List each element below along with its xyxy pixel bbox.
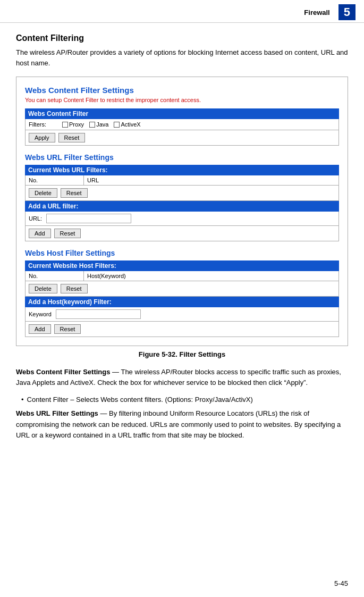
keyword-input[interactable] <box>56 309 141 319</box>
url-filter-subtitle: Webs URL Filter Settings <box>25 153 339 162</box>
url-form-label: URL: <box>29 215 42 222</box>
url-add-reset-button[interactable]: Reset <box>54 229 81 238</box>
bullet-symbol: • <box>21 394 24 405</box>
content-filter-btn-row: Apply Reset <box>25 130 339 146</box>
content-filter-bar: Webs Content Filter <box>25 108 339 119</box>
url-add-button[interactable]: Add <box>29 229 51 238</box>
desc-url-filter: Webs URL Filter Settings — By filtering … <box>16 408 348 440</box>
host-add-button[interactable]: Add <box>29 324 51 334</box>
page-footer: 5-45 <box>318 575 364 592</box>
figure-caption: Figure 5-32. Filter Settings <box>16 350 348 358</box>
url-filter-btn-row: Delete Reset <box>25 186 339 201</box>
bullet-text: Content Filter – Selects Webs content fi… <box>27 394 253 405</box>
filters-row: Filters: Proxy Java ActiveX <box>25 119 339 130</box>
apply-button[interactable]: Apply <box>29 133 55 142</box>
proxy-checkbox[interactable] <box>62 122 68 128</box>
desc-url-dash: — <box>98 409 109 417</box>
host-reset-button[interactable]: Reset <box>61 284 88 293</box>
keyword-form-label: Keyword <box>29 311 52 317</box>
header-right: Firewall 5 <box>304 4 355 20</box>
desc-cf-dash: — <box>110 368 121 376</box>
intro-text: The wireless AP/Router provides a variet… <box>16 47 348 68</box>
java-label: Java <box>96 121 108 128</box>
host-add-reset-button[interactable]: Reset <box>54 324 81 334</box>
current-host-filters-bar: Current Website Host Filters: <box>25 260 339 271</box>
chapter-badge: 5 <box>338 4 355 20</box>
url-col-no: No. <box>26 175 84 185</box>
host-col-no: No. <box>26 271 84 281</box>
add-host-filter-bar: Add a Host(keyword) Filter: <box>25 297 339 307</box>
proxy-checkbox-item[interactable]: Proxy <box>62 121 84 128</box>
add-url-form-row: URL: <box>25 212 339 226</box>
proxy-label: Proxy <box>69 121 84 128</box>
main-content: Content Filtering The wireless AP/Router… <box>0 28 364 458</box>
desc-content-filter: Webs Content Filter Settings — The wirel… <box>16 367 348 388</box>
add-url-filter-bar: Add a URL filter: <box>25 201 339 212</box>
activex-checkbox[interactable] <box>114 122 120 128</box>
url-reset-button[interactable]: Reset <box>61 188 88 198</box>
filters-label: Filters: <box>29 121 58 128</box>
url-delete-button[interactable]: Delete <box>29 188 57 198</box>
page-header: Firewall 5 <box>0 0 364 23</box>
page-number: 5-45 <box>334 579 348 587</box>
java-checkbox[interactable] <box>89 122 95 128</box>
panel-title: Webs Content Filter Settings <box>25 86 339 95</box>
host-col-host: Host(Keyword) <box>84 271 338 281</box>
url-col-url: URL <box>84 175 338 185</box>
activex-label: ActiveX <box>121 121 140 128</box>
host-delete-button[interactable]: Delete <box>29 284 57 293</box>
add-host-form-row: Keyword <box>25 307 339 322</box>
url-input[interactable] <box>46 214 131 223</box>
bullet-content-filter: • Content Filter – Selects Webs content … <box>21 394 348 405</box>
java-checkbox-item[interactable]: Java <box>89 121 108 128</box>
chapter-label: Firewall <box>304 9 329 16</box>
desc-cf-lead: Webs Content Filter Settings <box>16 368 110 376</box>
screenshot-box: Webs Content Filter Settings You can set… <box>16 77 348 346</box>
host-filter-subtitle: Webs Host Filter Settings <box>25 249 339 257</box>
activex-checkbox-item[interactable]: ActiveX <box>114 121 140 128</box>
desc-url-lead: Webs URL Filter Settings <box>16 409 98 417</box>
panel-subtitle: You can setup Content Filter to restrict… <box>25 97 339 103</box>
host-filter-btn-row: Delete Reset <box>25 281 339 297</box>
reset-button[interactable]: Reset <box>58 133 86 142</box>
current-url-filters-bar: Current Webs URL Filters: <box>25 165 339 175</box>
checkbox-group: Proxy Java ActiveX <box>62 121 141 128</box>
host-table-header-row: No. Host(Keyword) <box>25 271 339 281</box>
page-title: Content Filtering <box>16 33 348 43</box>
add-url-btn-row: Add Reset <box>25 226 339 241</box>
add-host-btn-row: Add Reset <box>25 322 339 337</box>
url-table-header-row: No. URL <box>25 175 339 186</box>
